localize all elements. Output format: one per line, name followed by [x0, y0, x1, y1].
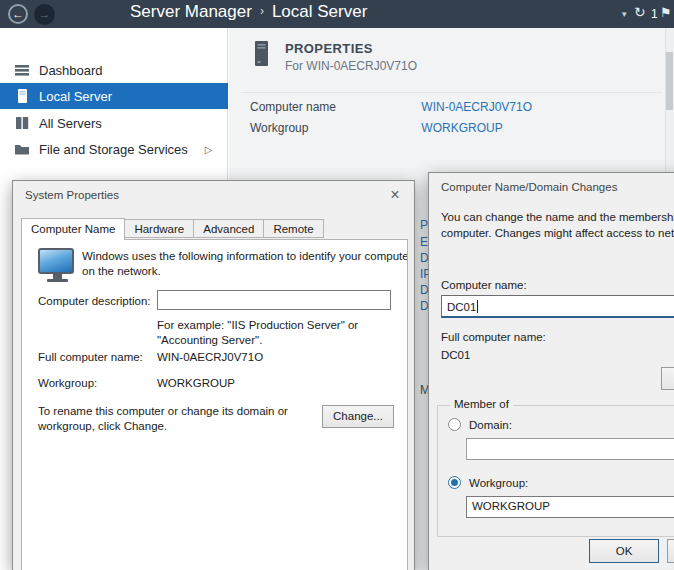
member-of-label: Member of: [450, 398, 513, 410]
radio-unchecked-icon[interactable]: [448, 418, 461, 431]
dialog-title: Computer Name/Domain Changes: [441, 181, 617, 193]
more-button-clipped[interactable]: [661, 367, 674, 390]
computer-description-input[interactable]: [157, 290, 391, 310]
example-line: For example: "IIS Production Server" or: [157, 318, 358, 333]
refresh-icon[interactable]: ↻: [634, 4, 646, 20]
scrollbar-thumb[interactable]: [666, 52, 673, 110]
rename-line: workgroup, click Change.: [38, 419, 288, 434]
sidebar-item-label: All Servers: [39, 116, 102, 131]
tab-hardware[interactable]: Hardware: [125, 219, 194, 238]
property-row: Computer name WIN-0AECRJ0V71O: [250, 100, 670, 114]
tab-computer-name[interactable]: Computer Name: [21, 218, 125, 240]
domain-input[interactable]: [466, 438, 674, 460]
storage-icon: [14, 141, 30, 157]
example-hint-text: For example: "IIS Production Server" or …: [157, 318, 358, 348]
rename-line: To rename this computer or change its do…: [38, 404, 288, 419]
computer-name-tab-page: Windows uses the following information t…: [21, 239, 408, 570]
full-computer-name-label: Full computer name:: [441, 331, 546, 343]
computer-name-domain-changes-dialog: Computer Name/Domain Changes You can cha…: [428, 172, 674, 570]
domain-radio-label: Domain:: [469, 419, 512, 431]
expand-arrow-icon[interactable]: ▷: [205, 144, 213, 155]
breadcrumb: Server Manager›Local Server: [130, 2, 367, 22]
server-icon: [14, 88, 30, 104]
system-properties-dialog: System Properties × Computer Name Hardwa…: [12, 180, 415, 570]
dialog-title: System Properties: [25, 189, 119, 201]
property-label: Workgroup: [250, 121, 418, 135]
workgroup-radio[interactable]: Workgroup:: [448, 476, 528, 489]
computer-name-label: Computer name:: [441, 279, 527, 291]
close-icon[interactable]: ×: [385, 186, 405, 204]
ok-button[interactable]: OK: [589, 539, 659, 563]
intro-line: You can change the name and the membersh…: [441, 209, 674, 225]
computer-description-label: Computer description:: [38, 295, 151, 307]
dashboard-icon: [14, 62, 30, 78]
notification-count-badge: 1: [651, 7, 658, 21]
workgroup-label: Workgroup:: [38, 377, 97, 389]
back-arrow-icon[interactable]: ←: [8, 4, 28, 24]
divider: [241, 92, 662, 93]
workgroup-value: WORKGROUP: [157, 377, 235, 389]
breadcrumb-location[interactable]: Local Server: [272, 2, 367, 21]
full-computer-name-label: Full computer name:: [38, 351, 143, 363]
workgroup-radio-label: Workgroup:: [469, 477, 528, 489]
servers-icon: [14, 115, 30, 131]
monitor-icon: [38, 248, 76, 282]
workgroup-input[interactable]: WORKGROUP: [466, 496, 674, 518]
example-line: "Accounting Server".: [157, 333, 358, 348]
notification-flag-icon[interactable]: ⚑: [660, 5, 672, 20]
property-row: Workgroup WORKGROUP: [250, 121, 670, 135]
sidebar-item-label: Dashboard: [39, 63, 103, 78]
full-computer-name-value: DC01: [441, 349, 470, 361]
intro-line: computer. Changes might affect access to…: [441, 225, 674, 241]
properties-title: PROPERTIES: [285, 41, 373, 56]
intro-line: Windows uses the following information t…: [82, 249, 408, 264]
chevron-down-icon[interactable]: ▾: [622, 9, 627, 19]
rename-hint-text: To rename this computer or change its do…: [38, 404, 288, 434]
server-tower-icon: [253, 40, 271, 71]
computer-name-link[interactable]: WIN-0AECRJ0V71O: [421, 100, 532, 114]
sidebar-item-label: Local Server: [39, 89, 112, 104]
computer-name-input-value: DC01: [447, 301, 476, 313]
app-title: Server Manager: [130, 2, 252, 21]
sidebar-item-local-server[interactable]: Local Server: [0, 83, 228, 109]
property-label: Computer name: [250, 100, 418, 114]
tab-remote[interactable]: Remote: [264, 219, 323, 238]
sidebar-item-dashboard[interactable]: Dashboard: [0, 57, 228, 83]
workgroup-link[interactable]: WORKGROUP: [421, 121, 502, 135]
tab-advanced[interactable]: Advanced: [194, 219, 264, 238]
radio-checked-icon[interactable]: [448, 476, 461, 489]
member-of-groupbox: Member of Domain: Workgroup: WORKGROUP: [437, 405, 674, 537]
dialog-intro-text: You can change the name and the membersh…: [441, 209, 674, 241]
computer-name-input[interactable]: DC01: [441, 295, 674, 318]
text-cursor: [477, 300, 478, 313]
workgroup-input-value: WORKGROUP: [472, 500, 550, 512]
intro-line: on the network.: [82, 264, 408, 279]
properties-subtitle: For WIN-0AECRJ0V71O: [285, 59, 417, 73]
sidebar-item-all-servers[interactable]: All Servers: [0, 110, 228, 136]
breadcrumb-separator-icon: ›: [260, 4, 264, 18]
sidebar-item-file-storage-services[interactable]: File and Storage Services ▷: [0, 136, 228, 162]
topbar: ← → Server Manager›Local Server ▾ ↻ 1 ⚑: [0, 0, 674, 28]
sidebar-item-label: File and Storage Services: [39, 142, 188, 157]
server-manager-window: ← → Server Manager›Local Server ▾ ↻ 1 ⚑ …: [0, 0, 674, 570]
change-button[interactable]: Change...: [322, 405, 394, 428]
dialog-intro-text: Windows uses the following information t…: [82, 249, 408, 279]
tab-strip: Computer Name Hardware Advanced Remote: [21, 218, 324, 240]
cancel-button-clipped[interactable]: [667, 539, 674, 563]
domain-radio[interactable]: Domain:: [448, 418, 512, 431]
full-computer-name-value: WIN-0AECRJ0V71O: [157, 351, 263, 363]
forward-arrow-icon[interactable]: →: [34, 4, 55, 25]
